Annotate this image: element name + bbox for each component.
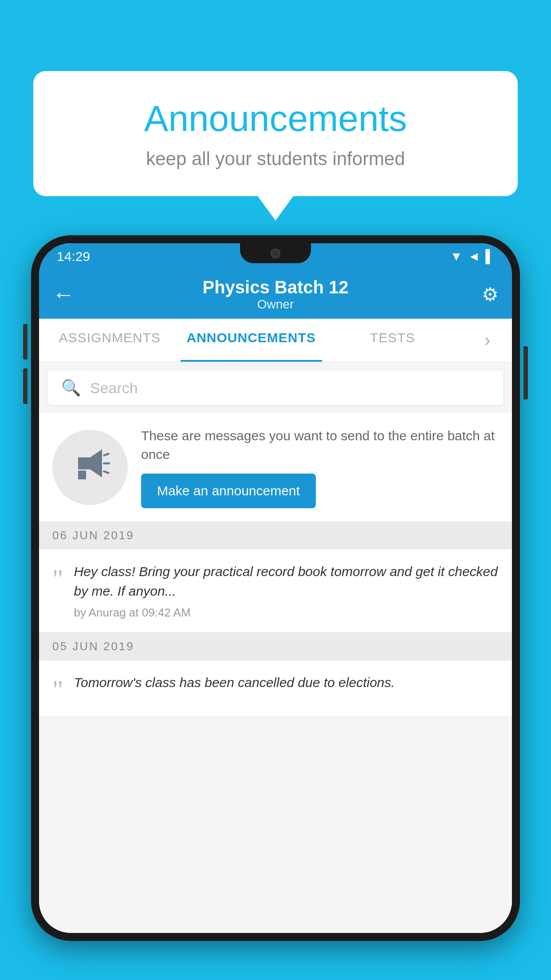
volume-down-button xyxy=(23,368,28,404)
search-bar[interactable]: 🔍 Search xyxy=(48,371,503,405)
make-announcement-button[interactable]: Make an announcement xyxy=(141,474,316,508)
phone-wrapper: 14:29 ▼ ◄ ▌ ← Physics Batch 12 Owner ⚙ xyxy=(31,235,520,980)
svg-line-2 xyxy=(104,454,109,455)
date-separator-1: 06 JUN 2019 xyxy=(39,522,512,549)
promo-content: These are messages you want to send to t… xyxy=(141,427,499,508)
announcement-meta-1: by Anurag at 09:42 AM xyxy=(74,606,499,620)
speech-bubble-arrow xyxy=(258,196,293,221)
date-separator-2: 05 JUN 2019 xyxy=(39,632,512,660)
power-button xyxy=(523,346,528,399)
announcement-message-1: Hey class! Bring your practical record b… xyxy=(74,562,499,601)
batch-title: Physics Batch 12 xyxy=(79,277,472,297)
app-bar-title-area: Physics Batch 12 Owner xyxy=(79,277,472,312)
speech-bubble: Announcements keep all your students inf… xyxy=(33,71,518,196)
back-button[interactable]: ← xyxy=(52,281,79,307)
announcement-promo: These are messages you want to send to t… xyxy=(39,413,512,522)
signal-icon: ◄ xyxy=(468,249,480,264)
status-icons: ▼ ◄ ▌ xyxy=(450,249,494,264)
quote-icon-2: " xyxy=(52,676,63,703)
search-icon: 🔍 xyxy=(61,379,81,397)
announcement-text-area-2: Tomorrow's class has been cancelled due … xyxy=(74,673,499,698)
search-placeholder: Search xyxy=(90,379,138,397)
app-bar: ← Physics Batch 12 Owner ⚙ xyxy=(39,270,512,319)
speech-bubble-subtitle: keep all your students informed xyxy=(69,148,482,170)
quote-icon-1: " xyxy=(52,565,63,592)
svg-line-4 xyxy=(104,471,109,473)
tab-tests[interactable]: TESTS xyxy=(322,319,464,362)
promo-description: These are messages you want to send to t… xyxy=(141,427,499,464)
status-time: 14:29 xyxy=(57,249,90,264)
speech-bubble-title: Announcements xyxy=(69,98,482,139)
promo-icon-circle xyxy=(52,430,128,505)
megaphone-icon xyxy=(70,443,110,492)
content-area: 🔍 Search xyxy=(39,363,512,933)
svg-rect-1 xyxy=(78,470,86,479)
volume-up-button xyxy=(23,324,28,360)
tab-more[interactable]: › xyxy=(463,319,512,362)
tabs-bar: ASSIGNMENTS ANNOUNCEMENTS TESTS › xyxy=(39,319,512,363)
announcement-message-2: Tomorrow's class has been cancelled due … xyxy=(74,673,499,692)
speech-bubble-container: Announcements keep all your students inf… xyxy=(33,71,518,221)
announcement-text-area-1: Hey class! Bring your practical record b… xyxy=(74,562,499,620)
batch-role: Owner xyxy=(79,297,472,312)
tab-assignments[interactable]: ASSIGNMENTS xyxy=(39,319,181,362)
tab-announcements[interactable]: ANNOUNCEMENTS xyxy=(181,319,322,362)
announcement-item-2[interactable]: " Tomorrow's class has been cancelled du… xyxy=(39,660,512,715)
phone-device: 14:29 ▼ ◄ ▌ ← Physics Batch 12 Owner ⚙ xyxy=(31,235,520,941)
phone-screen: 14:29 ▼ ◄ ▌ ← Physics Batch 12 Owner ⚙ xyxy=(39,243,512,933)
settings-button[interactable]: ⚙ xyxy=(472,284,499,305)
announcement-item-1[interactable]: " Hey class! Bring your practical record… xyxy=(39,549,512,632)
wifi-icon: ▼ xyxy=(450,249,463,264)
phone-notch xyxy=(240,243,311,263)
battery-icon: ▌ xyxy=(485,249,494,264)
camera-notch xyxy=(271,249,280,258)
